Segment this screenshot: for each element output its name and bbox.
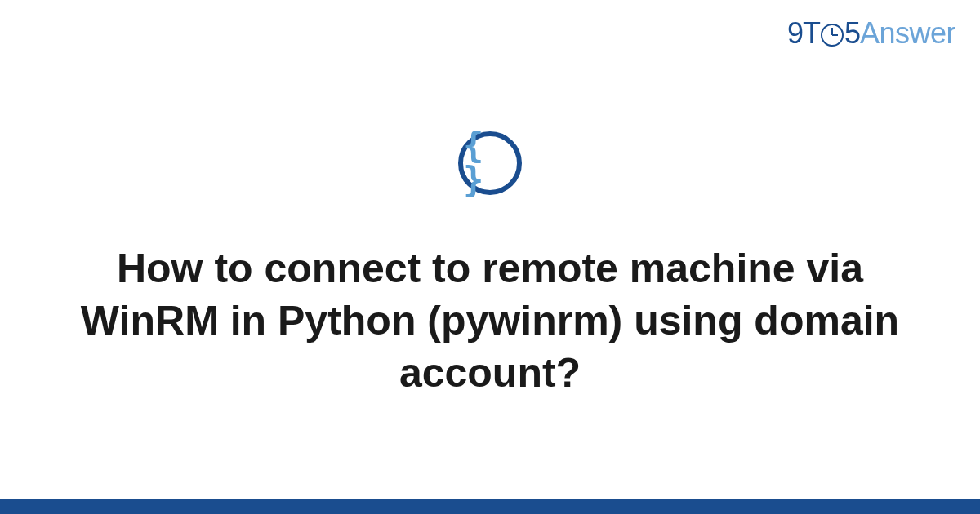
footer-accent-bar bbox=[0, 499, 980, 514]
question-title: How to connect to remote machine via Win… bbox=[74, 242, 906, 399]
category-icon-circle: { } bbox=[458, 131, 522, 195]
main-content: { } How to connect to remote machine via… bbox=[0, 0, 980, 514]
code-braces-icon: { } bbox=[463, 129, 517, 197]
